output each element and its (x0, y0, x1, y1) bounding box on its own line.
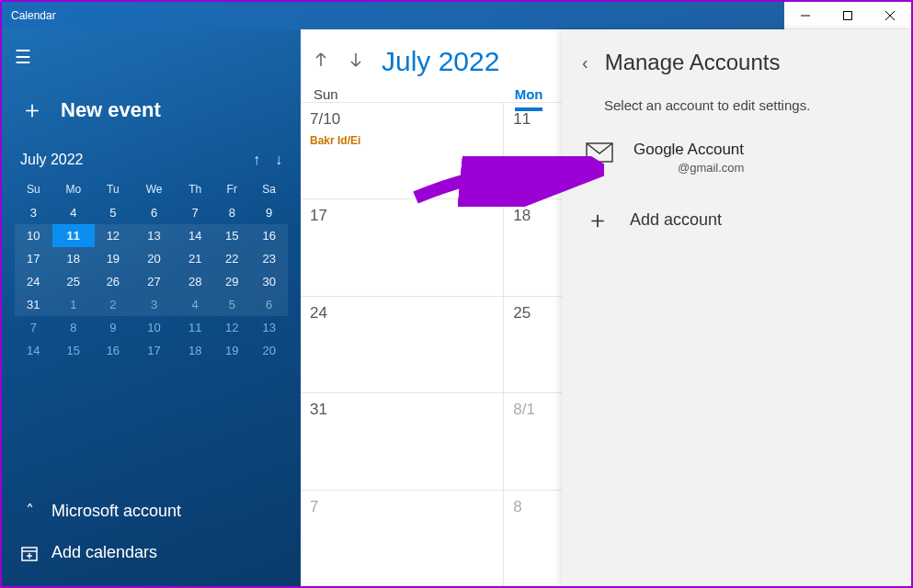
mini-day[interactable]: 6 (131, 201, 177, 224)
mini-day[interactable]: 27 (131, 270, 177, 293)
mini-dow: Tu (95, 177, 131, 201)
mini-day[interactable]: 20 (131, 247, 177, 270)
mini-day[interactable]: 22 (213, 247, 250, 270)
add-calendars-label: Add calendars (51, 543, 157, 562)
mini-day[interactable]: 15 (52, 339, 95, 362)
mini-day[interactable]: 7 (15, 316, 52, 339)
event-label[interactable]: Bakr Id/Ei (310, 134, 494, 147)
mini-day[interactable]: 4 (52, 201, 95, 224)
window-titlebar: Calendar (2, 2, 911, 29)
minimize-button[interactable] (784, 2, 827, 29)
mini-day[interactable]: 3 (15, 201, 52, 224)
mini-calendar: SuMoTuWeThFrSa 3456789101112131415161718… (15, 177, 288, 362)
calendar-cell[interactable]: 24 (301, 296, 504, 392)
cell-date: 7/10 (310, 110, 494, 129)
next-month-icon[interactable] (347, 51, 365, 73)
calendar-cell[interactable]: 17 (301, 198, 504, 295)
cell-date: 17 (310, 207, 494, 225)
mini-day[interactable]: 26 (95, 270, 131, 293)
calendar-cell[interactable]: 31 (301, 392, 504, 489)
mini-day[interactable]: 6 (250, 293, 288, 316)
prev-month-icon[interactable] (312, 51, 330, 73)
mini-day[interactable]: 11 (177, 316, 213, 339)
mini-day[interactable]: 9 (250, 201, 288, 224)
panel-title: Manage Accounts (605, 50, 781, 75)
mini-next-icon[interactable]: ↓ (275, 152, 282, 168)
window-title: Calendar (11, 9, 56, 22)
mini-day[interactable]: 15 (213, 224, 250, 247)
mini-day[interactable]: 8 (52, 316, 95, 339)
mini-day[interactable]: 29 (213, 270, 250, 293)
mini-day[interactable]: 14 (15, 339, 52, 362)
new-event-button[interactable]: ＋ New event (18, 94, 286, 126)
plus-icon: ＋ (586, 204, 610, 236)
back-icon[interactable]: ‹ (582, 52, 588, 74)
chevron-up-icon: ˄ (20, 501, 39, 521)
mini-day[interactable]: 24 (15, 270, 52, 293)
mini-day[interactable]: 19 (213, 339, 250, 362)
maximize-button[interactable] (827, 2, 869, 29)
mini-day[interactable]: 9 (95, 316, 131, 339)
cell-date: 7 (310, 498, 494, 516)
day-header[interactable]: Sun (314, 86, 338, 102)
mini-day[interactable]: 20 (250, 339, 288, 362)
panel-subtitle: Select an account to edit settings. (582, 97, 891, 113)
mini-day[interactable]: 18 (177, 339, 213, 362)
svg-rect-1 (844, 12, 852, 20)
account-name: Google Account (633, 141, 744, 159)
month-title[interactable]: July 2022 (382, 46, 499, 77)
add-calendars-button[interactable]: Add calendars (15, 532, 288, 573)
mini-day[interactable]: 19 (95, 247, 131, 270)
mini-day[interactable]: 13 (250, 316, 288, 339)
mini-day[interactable]: 11 (52, 224, 95, 247)
close-button[interactable] (869, 2, 911, 29)
mini-day[interactable]: 25 (52, 270, 95, 293)
mini-day[interactable]: 16 (250, 224, 288, 247)
mini-day[interactable]: 14 (177, 224, 213, 247)
mini-day[interactable]: 16 (95, 339, 131, 362)
mini-day[interactable]: 31 (15, 293, 52, 316)
mini-day[interactable]: 28 (177, 270, 213, 293)
account-row-google[interactable]: Google Account @gmail.com (582, 133, 891, 195)
mini-calendar-month[interactable]: July 2022 (20, 152, 84, 168)
mini-prev-icon[interactable]: ↑ (253, 152, 260, 168)
mini-day[interactable]: 23 (250, 247, 288, 270)
plus-icon: ＋ (20, 94, 44, 126)
window-controls (784, 2, 911, 29)
new-event-label: New event (61, 98, 161, 122)
mini-day[interactable]: 18 (52, 247, 95, 270)
mini-day[interactable]: 7 (177, 201, 213, 224)
calendar-cell[interactable]: 7/10Bakr Id/Ei (301, 102, 504, 198)
mini-day[interactable]: 12 (95, 224, 131, 247)
add-account-label: Add account (630, 210, 722, 230)
mini-dow: Su (15, 177, 52, 201)
cell-date: 24 (310, 304, 494, 322)
mini-day[interactable]: 1 (52, 293, 95, 316)
hamburger-icon[interactable]: ☰ (15, 46, 288, 68)
main-calendar: July 2022 SunMonTue 7/10Bakr Id/Ei111217… (301, 29, 911, 586)
mini-day[interactable]: 13 (131, 224, 177, 247)
mini-day[interactable]: 12 (213, 316, 250, 339)
sidebar-item-account[interactable]: ˄ Microsoft account (15, 490, 288, 532)
mini-day[interactable]: 17 (15, 247, 52, 270)
mini-day[interactable]: 5 (213, 293, 250, 316)
manage-accounts-panel: ‹ Manage Accounts Select an account to e… (562, 29, 911, 586)
mini-day[interactable]: 10 (15, 224, 52, 247)
mini-day[interactable]: 30 (250, 270, 288, 293)
mini-dow: We (131, 177, 177, 201)
mini-day[interactable]: 8 (213, 201, 250, 224)
mini-day[interactable]: 5 (95, 201, 131, 224)
mini-day[interactable]: 2 (95, 293, 131, 316)
mini-day[interactable]: 3 (131, 293, 177, 316)
calendar-add-icon (20, 545, 39, 561)
mini-dow: Th (177, 177, 213, 201)
mail-icon (586, 142, 613, 166)
mini-day[interactable]: 4 (177, 293, 213, 316)
add-account-button[interactable]: ＋ Add account (582, 195, 891, 245)
mini-day[interactable]: 17 (131, 339, 177, 362)
calendar-cell[interactable]: 7 (301, 490, 504, 586)
mini-dow: Fr (213, 177, 250, 201)
cell-date: 31 (310, 401, 494, 419)
mini-day[interactable]: 21 (177, 247, 213, 270)
mini-day[interactable]: 10 (131, 316, 177, 339)
